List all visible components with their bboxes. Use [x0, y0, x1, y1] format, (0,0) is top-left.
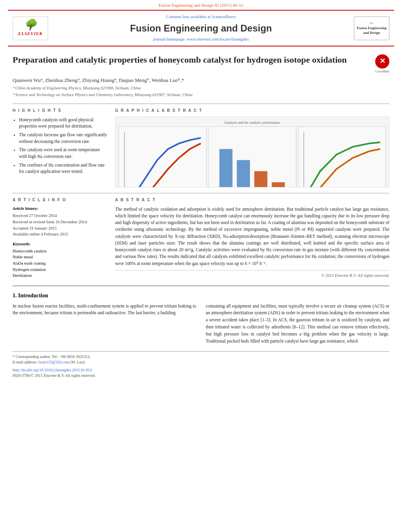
- homepage-link[interactable]: www.elsevier.com/locate/fusengdes: [187, 37, 249, 41]
- article-main: Preparation and catalytic properties of …: [13, 46, 389, 378]
- doi-line[interactable]: http://dx.doi.org/10.1016/j.fusengdes.20…: [13, 367, 389, 373]
- ga-caption: Catalysts and the catalytic performance: [119, 120, 386, 125]
- section-title-text: Introduction: [18, 293, 48, 298]
- issn-line: 0920-3796/© 2015 Elsevier B.V. All right…: [13, 373, 389, 378]
- crossmark-icon[interactable]: ✕: [375, 54, 389, 69]
- keywords-label: Keywords:: [13, 241, 107, 247]
- highlight-item-3: The catalysts were used at room temperat…: [19, 146, 107, 159]
- article-title: Preparation and catalytic properties of …: [13, 54, 369, 66]
- svg-rect-7: [272, 182, 285, 187]
- sciencedirect-link[interactable]: ScienceDirect: [212, 14, 236, 19]
- svg-rect-4: [220, 149, 233, 187]
- crossmark-label: CrossMark: [375, 69, 389, 74]
- article-info-col: A R T I C L E I N F O Article history: R…: [13, 197, 107, 280]
- available-date: Available online 4 February 2015: [13, 232, 107, 237]
- highlights-list: Honeycomb catalysts with good physical p…: [13, 117, 107, 175]
- affiliations: ᵃ China Academy of Engineering Physics, …: [13, 85, 389, 98]
- email-line: E-mail address: lwun123@163.com (W. Luo)…: [13, 360, 389, 365]
- fusion-logo-line1: Fusion Engineering: [357, 26, 386, 31]
- homepage-text: journal homepage:: [153, 37, 187, 41]
- top-link-bar: Fusion Engineering and Design 92 (2015) …: [0, 0, 402, 10]
- ga-chart-3: [298, 126, 386, 187]
- highlight-item-4: The confines of H₂ concentration and flo…: [19, 162, 107, 175]
- doi-text: http://dx.doi.org/10.1016/j.fusengdes.20…: [13, 368, 92, 372]
- elsevier-tree-icon: 🌳: [24, 20, 37, 30]
- received-revised-date: Received in revised form 16 December 201…: [13, 219, 107, 225]
- intro-right-text: containing all equipment and facilities,…: [206, 303, 389, 345]
- section-title: 1. Introduction: [13, 292, 389, 300]
- homepage-line: journal homepage: www.elsevier.com/locat…: [48, 36, 354, 42]
- elsevier-label: ELSEVIER: [18, 31, 43, 37]
- keyword-1: Honeycomb catalyst: [13, 248, 107, 254]
- article-title-section: Preparation and catalytic properties of …: [13, 54, 389, 74]
- received-date: Received 27 October 2014: [13, 213, 107, 219]
- svg-rect-5: [237, 160, 250, 187]
- affiliation-b: ᵇ Science and Technology on Surface Phys…: [13, 92, 389, 98]
- highlights-col: H I G H L I G H T S Honeycomb catalysts …: [13, 108, 107, 187]
- email-label: E-mail address:: [13, 360, 37, 364]
- elsevier-logo: 🌳 ELSEVIER: [13, 17, 48, 40]
- authors: Quanwen Wuᵃ, Zhenhua Zhengᵃ, Zhiyong Hua…: [13, 77, 389, 84]
- contents-text: Contents lists available at: [166, 14, 211, 19]
- intro-body: In nuclear fusion reactor facilities, mu…: [13, 303, 389, 345]
- keyword-4: Hydrogen oxidation: [13, 267, 107, 273]
- svg-rect-0: [119, 127, 206, 187]
- keyword-3: Al₂O₃ wash coating: [13, 261, 107, 267]
- highlights-label: H I G H L I G H T S: [13, 108, 107, 113]
- journal-title: Fusion Engineering and Design: [48, 22, 354, 35]
- ga-chart-1: [119, 126, 207, 187]
- abstract-label: A B S T R A C T: [115, 197, 389, 203]
- highlight-item-2: The catalysts increase gas flow rate sig…: [19, 132, 107, 145]
- corresponding-author: * Corresponding author. Tel.: +86 0816 3…: [13, 354, 389, 360]
- copyright-line: © 2015 Elsevier B.V. All rights reserved…: [115, 270, 389, 279]
- highlights-graphical-section: H I G H L I G H T S Honeycomb catalysts …: [13, 104, 389, 187]
- abstract-text: The method of catalytic oxidation and ad…: [115, 206, 389, 267]
- journal-header: 🌳 ELSEVIER Contents lists available at S…: [8, 10, 394, 46]
- keywords-block: Keywords: Honeycomb catalyst Noble metal…: [13, 241, 107, 279]
- affiliation-a: ᵃ China Academy of Engineering Physics, …: [13, 85, 389, 91]
- email-person: (W. Luo).: [70, 360, 86, 364]
- keyword-2: Noble metal: [13, 254, 107, 260]
- intro-left: In nuclear fusion reactor facilities, mu…: [13, 303, 196, 345]
- intro-right: containing all equipment and facilities,…: [206, 303, 389, 345]
- svg-rect-6: [255, 171, 268, 187]
- article-history-block: Article history: Received 27 October 201…: [13, 206, 107, 237]
- crossmark: ✕ CrossMark: [375, 54, 389, 74]
- highlight-item-1: Honeycomb catalysts with good physical p…: [19, 117, 107, 130]
- abstract-col: A B S T R A C T The method of catalytic …: [115, 197, 389, 280]
- footnote-area: * Corresponding author. Tel.: +86 0816 3…: [13, 351, 389, 378]
- keyword-5: Detritiation: [13, 273, 107, 279]
- introduction-section: 1. Introduction In nuclear fusion reacto…: [13, 285, 389, 345]
- email-link[interactable]: lwun123@163.com: [38, 360, 69, 364]
- accepted-date: Accepted 19 January 2015: [13, 226, 107, 232]
- svg-rect-9: [298, 127, 385, 187]
- journal-ref: Fusion Engineering and Design 92 (2015) …: [158, 3, 243, 7]
- intro-left-text: In nuclear fusion reactor facilities, mu…: [13, 303, 196, 317]
- fusion-logo: ▪▪▪ Fusion Engineering and Design: [354, 17, 389, 40]
- ga-chart-2: [208, 126, 296, 187]
- graphical-abstract-image: Catalysts and the catalytic performance: [115, 117, 389, 187]
- article-info-abstract-section: A R T I C L E I N F O Article history: R…: [13, 193, 389, 280]
- section-number: 1.: [13, 293, 18, 298]
- article-info-label: A R T I C L E I N F O: [13, 197, 107, 203]
- graphical-abstract-label: G R A P H I C A L A B S T R A C T: [115, 108, 389, 113]
- journal-header-center: Contents lists available at ScienceDirec…: [48, 14, 354, 42]
- history-label: Article history:: [13, 206, 107, 212]
- fusion-logo-line2: and Design: [363, 31, 380, 35]
- graphical-abstract-col: G R A P H I C A L A B S T R A C T Cataly…: [115, 108, 389, 187]
- contents-line: Contents lists available at ScienceDirec…: [48, 14, 354, 20]
